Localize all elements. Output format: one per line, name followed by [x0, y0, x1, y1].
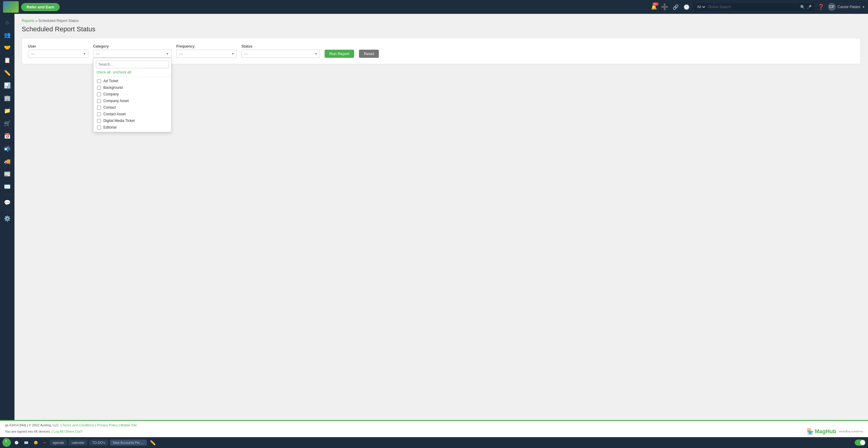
search-scope-select[interactable]: All — [696, 4, 706, 9]
notification-badge: 99+ — [652, 2, 658, 6]
footer-privacy-link[interactable]: Privacy Policy — [97, 423, 118, 427]
footer-terms-link[interactable]: Terms and Conditions — [62, 423, 94, 427]
taskbar-notification-dot[interactable]: ✓ 3 — [2, 438, 11, 447]
sidebar-item-tasks[interactable]: 📋 — [1, 54, 13, 66]
footer: qa 63414 [f4d] | © 2022 Aysling, LLC. | … — [0, 420, 868, 437]
dropdown-item[interactable]: Contact — [95, 104, 170, 111]
taskbar-arrow-icon[interactable]: ↩ — [41, 440, 48, 445]
category-filter-group: Category — check all uncheck all — [93, 44, 172, 58]
footer-signed-in-text: You are signed into 66 devices. — [5, 429, 51, 433]
help-button[interactable]: ❓ — [816, 2, 826, 11]
dropdown-item-label: Contact Asset — [103, 112, 126, 116]
footer-mobile-link[interactable]: Mobile Site — [121, 423, 137, 427]
status-select[interactable]: — — [241, 50, 320, 58]
dropdown-item-checkbox[interactable] — [97, 106, 101, 110]
dropdown-item[interactable]: Company Asset — [95, 98, 170, 104]
sidebar-item-edit[interactable]: ✏️ — [1, 67, 13, 79]
check-all-link[interactable]: check all — [96, 70, 111, 74]
sidebar-item-reports[interactable]: 📊 — [1, 79, 13, 92]
sidebar-item-sms[interactable]: 💬 — [1, 197, 13, 209]
sidebar: ⌂ 👥 🤝 📋 ✏️ 📊 🏢 📁 🛒 📅 📬 🚚 📰 ✉️ 💬 ⚙️ — [0, 14, 14, 420]
category-trigger-text: — — [96, 51, 100, 56]
filter-row: User — Category — — [28, 44, 855, 58]
dropdown-item-checkbox[interactable] — [97, 86, 101, 90]
footer-logo-tagline: amaziℹng solutions — [838, 430, 863, 433]
taskbar-calendar[interactable]: calendar — [69, 440, 87, 446]
dropdown-item-checkbox[interactable] — [97, 126, 101, 130]
sidebar-item-home[interactable]: ⌂ — [1, 16, 13, 28]
category-dropdown: check all uncheck all Ad TicketBackgroun… — [93, 58, 172, 132]
microphone-icon[interactable]: 🎤 — [807, 5, 812, 9]
user-menu[interactable]: CP Cassie Pataro ▼ — [828, 3, 865, 11]
sidebar-item-calendar[interactable]: 📅 — [1, 130, 13, 142]
page-title: Scheduled Report Status — [22, 25, 861, 33]
dropdown-item-checkbox[interactable] — [97, 93, 101, 96]
link-button[interactable]: 🔗 — [671, 2, 680, 11]
taskbar-edit-icon[interactable]: ✏️ — [150, 440, 156, 446]
reset-button[interactable]: Reset — [359, 50, 379, 58]
sidebar-item-folders[interactable]: 📁 — [1, 105, 13, 117]
search-input[interactable] — [708, 5, 798, 9]
notifications-bell-button[interactable]: 🔔 99+ — [650, 2, 658, 11]
dropdown-item-checkbox[interactable] — [97, 112, 101, 116]
logo[interactable] — [3, 1, 19, 13]
refer-earn-button[interactable]: Refer and Earn — [21, 3, 60, 11]
sidebar-item-publications[interactable]: 📰 — [1, 168, 13, 180]
sidebar-divider — [3, 195, 12, 195]
sidebar-item-email[interactable]: ✉️ — [1, 181, 13, 193]
category-search-input[interactable] — [96, 61, 169, 68]
dropdown-item-label: Company Asset — [103, 99, 129, 103]
dropdown-item-label: Contact — [103, 105, 116, 110]
breadcrumb-reports-link[interactable]: Reports — [22, 19, 34, 23]
sidebar-item-contacts[interactable]: 👥 — [1, 29, 13, 41]
status-select-wrapper: — — [241, 50, 320, 58]
breadcrumb-current: Scheduled Report Status — [38, 19, 79, 23]
dropdown-item[interactable]: Digital Media Ticket — [95, 117, 170, 124]
dropdown-item[interactable]: Contact Asset — [95, 111, 170, 117]
sidebar-item-companies[interactable]: 🏢 — [1, 92, 13, 104]
category-trigger[interactable]: — — [93, 50, 172, 58]
footer-bottom: You are signed into 66 devices. | Log Al… — [5, 428, 863, 435]
taskbar: ✓ 3 🕐 📧 😊 ↩ agenda calendar TO-DO's New … — [0, 437, 868, 448]
search-icon[interactable]: 🔍 — [800, 5, 805, 9]
sidebar-item-orders[interactable]: 🛒 — [1, 117, 13, 130]
user-select[interactable]: — — [28, 50, 88, 58]
dropdown-item[interactable]: Company — [95, 91, 170, 98]
sidebar-item-delivery[interactable]: 🚚 — [1, 156, 13, 167]
sidebar-item-handshake[interactable]: 🤝 — [1, 41, 13, 54]
dropdown-item[interactable]: Editorial — [95, 124, 170, 131]
taskbar-smiley-icon[interactable]: 😊 — [32, 440, 40, 445]
footer-top: qa 63414 [f4d] | © 2022 Aysling, LLC. | … — [5, 423, 863, 427]
taskbar-new-accounts[interactable]: New Accounts Per ... — [110, 440, 147, 446]
dropdown-item[interactable]: Background — [95, 84, 170, 91]
user-chevron-icon: ▼ — [862, 5, 865, 9]
taskbar-email-icon[interactable]: 📧 — [22, 440, 30, 445]
dropdown-item-checkbox[interactable] — [97, 79, 101, 83]
footer-copyright: © 2022 Aysling, LLC. — [29, 423, 60, 427]
top-nav: Refer and Earn 🔔 99+ ➕ 🔗 🕐 All 🔍 🎤 ❓ CP … — [0, 0, 868, 14]
dropdown-item-checkbox[interactable] — [97, 99, 101, 103]
footer-signed-in: You are signed into 66 devices. | Log Al… — [5, 429, 82, 433]
taskbar-agenda[interactable]: agenda — [50, 440, 67, 446]
dropdown-item-checkbox[interactable] — [97, 119, 101, 123]
category-dropdown-wrapper: — check all uncheck all Ad TicketBackg — [93, 50, 172, 58]
add-button[interactable]: ➕ — [660, 2, 670, 11]
sidebar-item-mailbox[interactable]: 📬 — [1, 143, 13, 155]
sidebar-item-settings[interactable]: ⚙️ — [1, 213, 13, 225]
clock-button[interactable]: 🕐 — [682, 2, 691, 11]
taskbar-badge: 3 — [3, 438, 9, 444]
avatar: CP — [828, 3, 836, 11]
frequency-filter-label: Frequency — [176, 44, 237, 48]
maghub-icon: 🏪 — [807, 428, 813, 435]
footer-logout-link[interactable]: Log All Others Out? — [53, 429, 82, 433]
taskbar-clock: 🕐 — [13, 440, 21, 445]
dropdown-item[interactable]: Ad Ticket — [95, 78, 170, 84]
taskbar-toggle[interactable] — [855, 440, 866, 446]
frequency-filter-group: Frequency — — [176, 44, 237, 58]
breadcrumb: Reports » Scheduled Report Status — [22, 19, 861, 23]
run-report-button[interactable]: Run Report — [324, 50, 354, 58]
taskbar-todos[interactable]: TO-DO's — [89, 440, 108, 446]
nav-icons: 🔔 99+ ➕ 🔗 🕐 — [650, 2, 691, 11]
uncheck-all-link[interactable]: uncheck all — [113, 70, 131, 74]
frequency-select[interactable]: — — [176, 50, 237, 58]
